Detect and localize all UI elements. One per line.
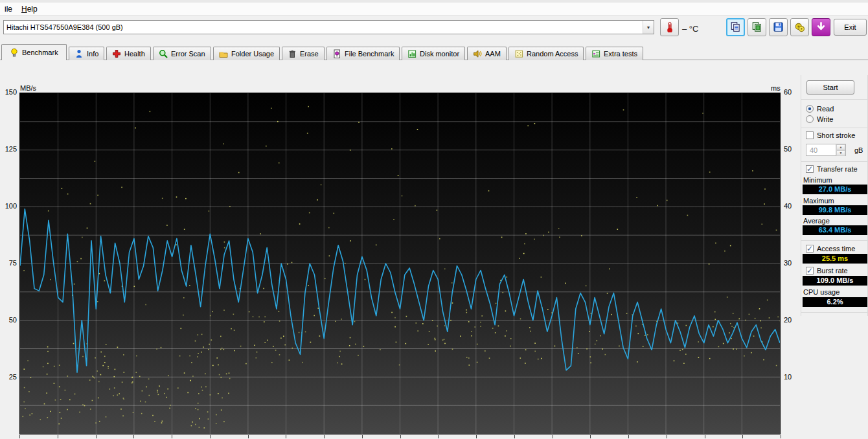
menu-bar: ile Help xyxy=(0,3,868,16)
burst-rate-value: 109.0 MB/s xyxy=(803,276,867,286)
bottom-axis-tick xyxy=(362,435,363,438)
maximum-label: Maximum xyxy=(803,197,834,205)
tab-label: Extra tests xyxy=(604,50,637,58)
short-stroke-box[interactable] xyxy=(806,131,814,139)
tab-file-benchmark[interactable]: File Benchmark xyxy=(326,47,400,60)
tab-label: Health xyxy=(124,50,145,58)
menu-help[interactable]: Help xyxy=(17,3,42,15)
copy-text-button[interactable] xyxy=(726,18,745,36)
tab-erase[interactable]: Erase xyxy=(282,47,325,60)
tab-label: Disk monitor xyxy=(420,50,459,58)
tab-error-scan[interactable]: Error Scan xyxy=(153,47,211,60)
bottom-axis-tick xyxy=(324,435,325,438)
tab-label: File Benchmark xyxy=(345,50,394,58)
bottom-axis-tick xyxy=(400,435,401,438)
right-axis-tick: 60 xyxy=(784,88,792,96)
tab-extra-tests[interactable]: Extra tests xyxy=(586,47,643,60)
tab-label: Erase xyxy=(300,50,319,58)
bottom-axis-tick xyxy=(96,435,97,438)
bottom-axis-tick xyxy=(590,435,591,438)
write-radio-label: Write xyxy=(817,115,833,123)
menu-file[interactable]: ile xyxy=(0,3,17,15)
options-button[interactable] xyxy=(790,18,809,36)
disk-monitor-icon xyxy=(407,49,417,59)
exit-button[interactable]: Exit xyxy=(834,19,867,36)
burst-rate-checkbox[interactable]: Burst rate xyxy=(806,266,848,275)
chart-canvas xyxy=(20,93,780,434)
write-radio[interactable]: Write xyxy=(806,115,833,124)
bottom-axis-tick xyxy=(286,435,286,438)
burst-rate-box[interactable] xyxy=(806,267,814,275)
tab-label: Info xyxy=(87,50,98,58)
average-value: 63.4 MB/s xyxy=(803,225,867,235)
file-benchmark-icon xyxy=(332,49,342,59)
maximum-value: 99.8 MB/s xyxy=(803,205,867,215)
left-axis-tick: 150 xyxy=(0,88,17,96)
minimum-value: 27.0 MB/s xyxy=(803,185,867,194)
read-radio[interactable]: Read xyxy=(806,104,834,113)
start-button[interactable]: Start xyxy=(806,80,854,95)
tab-disk-monitor[interactable]: Disk monitor xyxy=(402,47,465,60)
access-time-value: 25.5 ms xyxy=(803,254,867,264)
right-axis-unit-label: ms xyxy=(771,84,781,92)
extra-tests-icon xyxy=(591,49,601,59)
spinner-arrows[interactable]: ▲▼ xyxy=(836,144,845,155)
short-stroke-label: Short stroke xyxy=(817,131,855,139)
bottom-axis-tick xyxy=(172,435,172,438)
separator xyxy=(801,99,868,100)
bottom-axis-tick xyxy=(705,435,705,438)
options-icon xyxy=(794,21,805,34)
burst-rate-label: Burst rate xyxy=(817,267,848,275)
erase-icon xyxy=(288,49,297,59)
read-radio-circle[interactable] xyxy=(806,105,814,113)
temperature-button[interactable] xyxy=(660,18,679,36)
right-axis-tick: 40 xyxy=(784,202,792,210)
cpu-usage-label: CPU usage xyxy=(803,288,839,296)
separator xyxy=(801,312,868,313)
drive-selector-combobox[interactable]: Hitachi HTS547550A9E384 (500 gB) ▼ xyxy=(3,20,654,34)
write-radio-circle[interactable] xyxy=(806,115,814,123)
tab-info[interactable]: Info xyxy=(69,47,104,60)
average-label: Average xyxy=(803,217,830,225)
bottom-axis-tick xyxy=(514,435,515,438)
download-button[interactable] xyxy=(812,18,830,36)
copy-text-icon xyxy=(730,21,741,34)
cpu-usage-value: 6.2% xyxy=(803,297,867,307)
short-stroke-checkbox[interactable]: Short stroke xyxy=(806,131,855,140)
chevron-down-icon[interactable]: ▼ xyxy=(643,21,654,34)
tab-folder-usage[interactable]: Folder Usage xyxy=(213,47,280,60)
tab-health[interactable]: Health xyxy=(106,47,151,60)
left-axis-unit-label: MB/s xyxy=(20,84,36,92)
capacity-spinner[interactable]: 40 ▲▼ xyxy=(806,144,846,156)
bottom-axis-tick xyxy=(248,435,249,438)
tab-random-access[interactable]: Random Access xyxy=(508,47,584,60)
right-axis-tick: 50 xyxy=(784,145,792,153)
access-time-checkbox[interactable]: Access time xyxy=(806,244,855,253)
random-access-icon xyxy=(514,49,524,59)
tab-label: AAM xyxy=(485,50,501,58)
left-axis-tick: 25 xyxy=(0,373,17,381)
bottom-axis-tick xyxy=(438,435,439,438)
benchmark-chart xyxy=(19,93,781,434)
transfer-rate-checkbox[interactable]: Transfer rate xyxy=(806,164,858,174)
spinner-up-icon[interactable]: ▲ xyxy=(836,144,845,150)
tab-label: Error Scan xyxy=(171,50,205,58)
transfer-rate-box[interactable] xyxy=(806,165,814,173)
read-radio-label: Read xyxy=(817,105,834,113)
spinner-down-icon[interactable]: ▼ xyxy=(836,150,845,156)
copy-image-button[interactable] xyxy=(748,18,766,36)
right-axis-tick: 20 xyxy=(784,316,792,324)
left-axis-tick: 100 xyxy=(0,202,17,210)
info-icon xyxy=(74,49,84,59)
tab-benchmark[interactable]: Benchmark xyxy=(1,44,67,60)
benchmark-icon xyxy=(10,48,19,58)
bottom-axis-tick xyxy=(781,435,781,438)
access-time-box[interactable] xyxy=(806,245,814,253)
separator xyxy=(801,161,868,162)
transfer-rate-label: Transfer rate xyxy=(817,165,858,173)
bottom-axis-tick xyxy=(58,435,58,438)
right-axis-tick: 30 xyxy=(784,259,792,267)
save-button[interactable] xyxy=(769,18,788,36)
tab-aam[interactable]: AAM xyxy=(467,47,507,60)
temperature-value: – °C xyxy=(682,24,698,34)
